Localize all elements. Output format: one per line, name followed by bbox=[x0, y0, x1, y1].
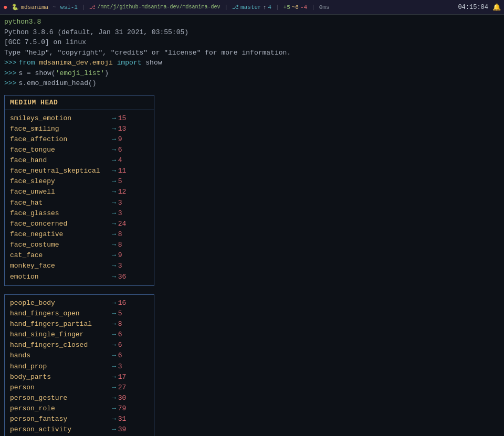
arrow-person: → bbox=[112, 382, 116, 393]
arrow-face-concerned: → bbox=[112, 219, 116, 229]
arrow-face-negative: → bbox=[112, 229, 116, 240]
path-icon: ⎇ bbox=[89, 4, 96, 10]
arrow-face-hand: → bbox=[112, 155, 116, 166]
row-face-neutral: face_neutral_skeptical → 11 bbox=[10, 166, 149, 176]
row-smileys-emotion: smileys_emotion → 15 bbox=[10, 113, 149, 124]
key-person: person bbox=[10, 382, 110, 393]
row-cat-face: cat_face → 9 bbox=[10, 250, 149, 261]
val-hand-single-finger: 6 bbox=[118, 329, 122, 340]
top-bar: ● 🐍 mdsanima ~ wsl-1 | ⎇ /mnt/j/github-m… bbox=[0, 0, 504, 15]
row-hand-fingers-partial: hand_fingers_partial → 8 bbox=[10, 319, 149, 329]
panels-area: MEDIUM HEAD smileys_emotion → 15 face_sm… bbox=[0, 91, 504, 437]
row-face-smiling: face_smiling → 13 bbox=[10, 124, 149, 134]
key-hand-single-finger: hand_single_finger bbox=[10, 329, 110, 340]
cmd-line-3: >>> s.emo_medium_head() bbox=[4, 78, 500, 89]
people-body-panel: people_body → 16 hand_fingers_open → 5 h… bbox=[4, 294, 154, 436]
terminal-line-1: python3.8 bbox=[4, 17, 500, 27]
key-hands: hands bbox=[10, 350, 110, 361]
key-face-hat: face_hat bbox=[10, 198, 110, 208]
wsl-label: wsl-1 bbox=[60, 4, 78, 10]
prompt-symbol-1: >>> bbox=[4, 58, 16, 68]
key-emotion: emotion bbox=[10, 272, 110, 282]
val-body-parts: 17 bbox=[118, 372, 127, 382]
val-face-affection: 9 bbox=[118, 134, 122, 145]
key-hand-prop: hand_prop bbox=[10, 361, 110, 372]
added-stat: +5 bbox=[284, 4, 290, 10]
key-face-concerned: face_concerned bbox=[10, 219, 110, 229]
val-hand-fingers-open: 5 bbox=[118, 309, 122, 319]
arrow-face-tongue: → bbox=[112, 145, 116, 155]
val-cat-face: 9 bbox=[118, 250, 122, 261]
arrow-face-costume: → bbox=[112, 240, 116, 250]
cmd-text-1: from mdsanima_dev.emoji import show bbox=[18, 58, 162, 68]
row-person: person → 27 bbox=[10, 382, 149, 393]
key-person-role: person_role bbox=[10, 403, 110, 414]
clock-display: 04:15:04 bbox=[458, 4, 488, 11]
arrow-face-neutral: → bbox=[112, 166, 116, 176]
cmd-text-3: s.emo_medium_head() bbox=[18, 78, 96, 89]
row-hand-single-finger: hand_single_finger → 6 bbox=[10, 329, 149, 340]
val-face-hand: 4 bbox=[118, 155, 122, 166]
val-hand-fingers-partial: 8 bbox=[118, 319, 122, 329]
alert-icon: 🔔 bbox=[492, 3, 501, 12]
path-text: /mnt/j/github-mdsanima-dev/mdsanima-dev bbox=[97, 4, 220, 10]
row-person-fantasy: person_fantasy → 31 bbox=[10, 414, 149, 424]
key-smileys-emotion: smileys_emotion bbox=[10, 113, 110, 124]
terminal-area: python3.8 Python 3.8.6 (default, Jan 31 … bbox=[0, 15, 504, 91]
arrow-person-gesture: → bbox=[112, 393, 116, 403]
sep2: | bbox=[82, 4, 86, 10]
python-label: python3.8 bbox=[4, 18, 41, 26]
val-monkey-face: 3 bbox=[118, 261, 122, 271]
commit-count: 4 bbox=[268, 4, 271, 10]
row-hands: hands → 6 bbox=[10, 350, 149, 361]
git-stats: +5 ~6 -4 bbox=[284, 4, 308, 10]
python-icon: 🐍 bbox=[12, 4, 19, 10]
arrow-hand-single-finger: → bbox=[112, 329, 116, 340]
val-smileys-emotion: 15 bbox=[118, 113, 127, 124]
val-face-hat: 3 bbox=[118, 198, 122, 208]
modified-stat: ~6 bbox=[292, 4, 299, 10]
val-face-glasses: 3 bbox=[118, 208, 122, 219]
branch-area: ⎇ master ↑ 4 bbox=[232, 4, 271, 10]
arrow-monkey-face: → bbox=[112, 261, 116, 271]
key-person-gesture: person_gesture bbox=[10, 393, 110, 403]
row-face-hat: face_hat → 3 bbox=[10, 198, 149, 208]
row-face-negative: face_negative → 8 bbox=[10, 229, 149, 240]
row-emotion: emotion → 36 bbox=[10, 272, 149, 282]
arrow-hand-fingers-partial: → bbox=[112, 319, 116, 329]
arrow-person-fantasy: → bbox=[112, 414, 116, 424]
arrow-person-activity: → bbox=[112, 424, 116, 435]
row-face-sleepy: face_sleepy → 5 bbox=[10, 176, 149, 187]
arrow-people-body: → bbox=[112, 298, 116, 309]
prompt-symbol-3: >>> bbox=[4, 78, 16, 89]
prompt-symbol-2: >>> bbox=[4, 68, 16, 79]
arrow-hands: → bbox=[112, 350, 116, 361]
val-face-neutral: 11 bbox=[118, 166, 127, 176]
key-face-glasses: face_glasses bbox=[10, 208, 110, 219]
val-face-sleepy: 5 bbox=[118, 176, 122, 187]
arrow-face-smiling: → bbox=[112, 124, 116, 134]
val-hands: 6 bbox=[118, 350, 122, 361]
key-face-tongue: face_tongue bbox=[10, 145, 110, 155]
val-emotion: 36 bbox=[118, 272, 127, 282]
key-hand-fingers-open: hand_fingers_open bbox=[10, 309, 110, 319]
app-name: mdsanima bbox=[20, 4, 48, 10]
key-people-body: people_body bbox=[10, 298, 110, 309]
val-person-fantasy: 31 bbox=[118, 414, 127, 424]
cmd-line-1: >>> from mdsanima_dev.emoji import show bbox=[4, 58, 500, 68]
panel-header: MEDIUM HEAD bbox=[5, 95, 154, 110]
cmd-line-2: >>> s = show('emoji_list') bbox=[4, 68, 500, 79]
sep1: ~ bbox=[52, 4, 56, 10]
arrow-hand-fingers-open: → bbox=[112, 309, 116, 319]
sep3: | bbox=[225, 4, 228, 10]
row-people-body: people_body → 16 bbox=[10, 298, 149, 309]
panel1-content: smileys_emotion → 15 face_smiling → 13 f… bbox=[5, 110, 154, 285]
val-face-concerned: 24 bbox=[118, 219, 127, 229]
row-face-tongue: face_tongue → 6 bbox=[10, 145, 149, 155]
key-face-neutral: face_neutral_skeptical bbox=[10, 166, 110, 176]
val-face-unwell: 12 bbox=[118, 187, 127, 197]
row-face-hand: face_hand → 4 bbox=[10, 155, 149, 166]
row-person-activity: person_activity → 39 bbox=[10, 424, 149, 435]
key-face-negative: face_negative bbox=[10, 229, 110, 240]
row-person-role: person_role → 79 bbox=[10, 403, 149, 414]
